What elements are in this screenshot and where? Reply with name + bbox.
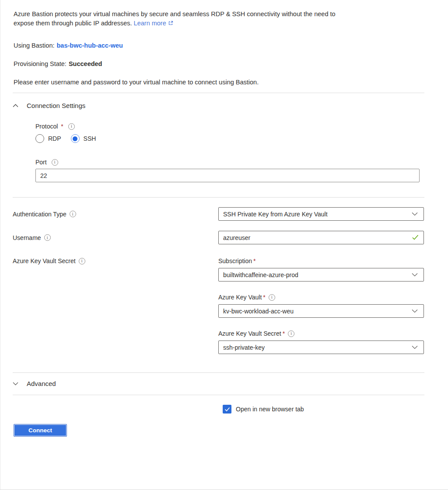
divider [13, 395, 424, 395]
port-input[interactable] [35, 169, 420, 182]
radio-dot [73, 136, 77, 141]
info-icon[interactable]: i [269, 294, 275, 301]
info-icon[interactable]: i [52, 159, 58, 166]
authentication-type-label-col: Authentication Type i [13, 211, 218, 218]
port-label: Port [35, 159, 47, 166]
key-vault-label-row: Azure Key Vault * i [218, 294, 424, 301]
key-vault-secret-value: ssh-private-key [223, 344, 265, 351]
authentication-type-dropdown[interactable]: SSH Private Key from Azure Key Vault [218, 207, 424, 221]
divider [13, 93, 424, 93]
checkbox-checked-icon[interactable] [223, 405, 231, 414]
subscription-label: Subscription [218, 257, 252, 264]
akv-secret-group-label-col: Azure Key Vault Secret i [13, 257, 218, 264]
connection-settings-body: Protocol * i RDP SSH Port i [35, 123, 424, 182]
intro-line1: Azure Bastion protects your virtual mach… [14, 10, 336, 17]
username-label-col: Username i [13, 234, 218, 241]
info-icon[interactable]: i [79, 258, 85, 264]
advanced-title: Advanced [27, 380, 56, 387]
required-asterisk: * [263, 294, 265, 301]
radio-circle-selected [71, 134, 80, 143]
open-new-tab-label: Open in new browser tab [236, 406, 304, 413]
subscription-value: builtwithcaffeine-azure-prod [223, 271, 298, 278]
chevron-down-icon [412, 273, 418, 277]
connection-settings-title: Connection Settings [27, 102, 85, 109]
chevron-down-icon [13, 382, 18, 386]
radio-ssh-label: SSH [84, 135, 96, 142]
divider [13, 197, 424, 198]
required-asterisk: * [283, 330, 285, 337]
using-bastion-label: Using Bastion: [14, 42, 55, 49]
authentication-type-row: Authentication Type i SSH Private Key fr… [13, 207, 424, 221]
protocol-label-row: Protocol * i [35, 123, 424, 130]
divider [13, 372, 424, 373]
key-vault-value: kv-bwc-workload-acc-weu [223, 308, 294, 315]
akv-secret-group-label: Azure Key Vault Secret [13, 257, 76, 264]
intro-line2: expose them through public IP addresses. [14, 20, 132, 27]
info-icon[interactable]: i [70, 211, 76, 217]
required-asterisk: * [61, 123, 63, 130]
username-row: Username i [13, 231, 424, 244]
info-icon[interactable]: i [68, 123, 75, 130]
bastion-connect-blade: Azure Bastion protects your virtual mach… [0, 0, 448, 490]
radio-rdp-label: RDP [48, 135, 61, 142]
chevron-down-icon [412, 309, 418, 313]
intro-paragraph: Azure Bastion protects your virtual mach… [14, 10, 424, 28]
key-vault-secret-dropdown[interactable]: ssh-private-key [218, 341, 424, 354]
username-field-wrap [218, 231, 424, 244]
connect-button[interactable]: Connect [14, 424, 67, 437]
instruction-text: Please enter username and password to yo… [14, 79, 424, 86]
radio-rdp[interactable]: RDP [35, 134, 61, 143]
provisioning-state-value: Succeeded [69, 60, 102, 67]
port-label-row: Port i [35, 159, 424, 166]
subscription-dropdown[interactable]: builtwithcaffeine-azure-prod [218, 268, 424, 281]
info-icon[interactable]: i [288, 330, 294, 337]
radio-circle-unselected [35, 134, 44, 143]
connection-settings-header[interactable]: Connection Settings [13, 102, 424, 109]
akv-secret-group-row: Azure Key Vault Secret i Subscription * … [13, 257, 424, 354]
required-asterisk: * [253, 257, 256, 264]
key-vault-dropdown[interactable]: kv-bwc-workload-acc-weu [218, 304, 424, 318]
provisioning-state-label: Provisioning State: [14, 60, 66, 67]
advanced-header[interactable]: Advanced [13, 380, 424, 387]
subscription-label-row: Subscription * [218, 257, 424, 264]
username-label: Username [13, 234, 41, 241]
learn-more-link[interactable]: Learn more [134, 20, 166, 27]
provisioning-state-line: Provisioning State:Succeeded [14, 60, 424, 67]
key-vault-label: Azure Key Vault [218, 294, 262, 301]
info-icon[interactable]: i [44, 234, 51, 241]
valid-check-icon [412, 234, 419, 241]
username-input[interactable] [219, 232, 412, 243]
using-bastion-line: Using Bastion:bas-bwc-hub-acc-weu [14, 42, 424, 49]
bastion-name-link[interactable]: bas-bwc-hub-acc-weu [57, 42, 123, 49]
authentication-type-label: Authentication Type [13, 211, 66, 218]
open-new-tab-checkbox-row[interactable]: Open in new browser tab [223, 405, 424, 414]
chevron-down-icon [412, 212, 418, 216]
authentication-type-value: SSH Private Key from Azure Key Vault [223, 211, 328, 218]
chevron-up-icon [13, 104, 18, 108]
key-vault-secret-label-row: Azure Key Vault Secret * i [218, 330, 424, 337]
radio-ssh[interactable]: SSH [71, 134, 96, 143]
external-link-icon [168, 19, 173, 28]
protocol-radio-group: RDP SSH [35, 134, 424, 143]
protocol-label: Protocol [35, 123, 58, 130]
key-vault-secret-label: Azure Key Vault Secret [218, 330, 281, 337]
chevron-down-icon [412, 345, 418, 349]
